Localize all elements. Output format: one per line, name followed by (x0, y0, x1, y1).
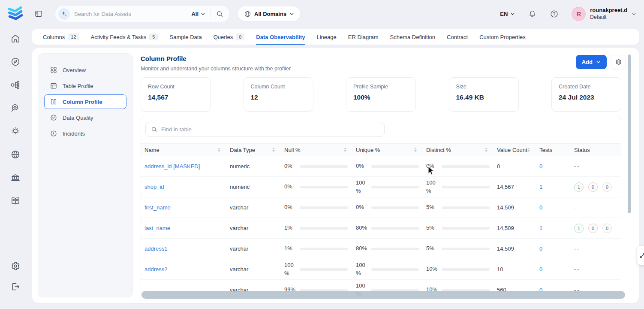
tab-contract[interactable]: Contract (447, 29, 468, 45)
data-quality-icon (50, 114, 57, 121)
sidebar-item-column-profile[interactable]: Column Profile (44, 94, 126, 109)
settings-button[interactable] (611, 55, 626, 69)
status-empty: -- (574, 204, 581, 211)
gear-icon (615, 58, 622, 66)
search-scope-dropdown[interactable]: All (191, 11, 205, 17)
tests-link[interactable]: 0 (539, 204, 542, 211)
help-icon[interactable] (550, 9, 559, 18)
tab-sample-data[interactable]: Sample Data (169, 29, 202, 45)
tab-activity-feeds-tasks[interactable]: Activity Feeds & Tasks 5 (91, 29, 158, 45)
name-cell: address2 (141, 266, 226, 273)
table-header: Name Data Type Null % Unique % Distinct … (141, 143, 621, 156)
unique-cell: 0% (352, 203, 423, 211)
value-count-cell: 10 (494, 266, 536, 273)
tests-cell: 1 (536, 184, 571, 190)
name-cell: first_name (141, 204, 226, 211)
column-name-link[interactable]: address1 (144, 245, 167, 252)
column-name-link[interactable]: shop_id (144, 184, 164, 190)
column-name-link[interactable]: address2 (144, 266, 167, 273)
column-header-distinct[interactable]: Distinct % (423, 144, 494, 156)
search-icon[interactable] (216, 10, 223, 18)
notifications-bell-icon[interactable] (528, 9, 537, 18)
sidebar-item-table-profile[interactable]: Table Profile (44, 79, 126, 93)
tab-queries[interactable]: Queries 0 (214, 29, 245, 45)
status-cell: -- (571, 204, 621, 211)
sort-icon[interactable] (344, 148, 346, 152)
tab-er-diagram[interactable]: ER Diagram (348, 29, 379, 45)
rail-insights-icon[interactable] (10, 126, 21, 136)
user-menu[interactable]: R rounakpreet.d Default (572, 7, 636, 21)
tab-schema-definition[interactable]: Schema Definition (390, 29, 436, 45)
sort-icon[interactable] (272, 148, 275, 152)
null-cell: 0% (281, 162, 352, 170)
stat-value: 16.49 KB (456, 94, 512, 101)
column-header-label: Tests (539, 147, 565, 153)
column-header-label: Distinct % (426, 147, 485, 153)
collapse-sidebar-icon[interactable] (34, 9, 43, 18)
status-badges: 100 (574, 182, 617, 192)
rail-governance-icon[interactable] (10, 173, 21, 183)
distinct-value: 5% (426, 224, 442, 232)
tab-label: Schema Definition (390, 34, 436, 40)
column-header-value-count[interactable]: Value Count (494, 144, 536, 156)
tab-data-observability[interactable]: Data Observability (256, 29, 305, 45)
find-in-table[interactable] (145, 122, 385, 137)
rail-lineage-icon[interactable] (10, 80, 21, 90)
sidebar-item-overview[interactable]: Overview (44, 63, 126, 77)
search-input[interactable] (74, 11, 191, 17)
status-cell: -- (571, 266, 621, 273)
column-name-link[interactable]: first_name (144, 204, 171, 211)
rail-discovery-icon[interactable] (10, 103, 21, 113)
rail-logout-icon[interactable] (10, 282, 21, 292)
sort-icon[interactable] (527, 148, 530, 152)
right-edge-expand-handle[interactable] (637, 246, 644, 265)
null-cell: 1% (281, 245, 352, 252)
tab-label: Columns (43, 34, 65, 40)
find-in-table-input[interactable] (161, 126, 379, 133)
add-button[interactable]: Add (576, 55, 607, 69)
column-header-data-type[interactable]: Data Type (226, 144, 281, 156)
status-empty: -- (574, 163, 581, 170)
rail-settings-icon[interactable] (10, 261, 21, 271)
horizontal-scrollbar[interactable] (141, 291, 625, 299)
rail-domains-icon[interactable] (10, 149, 21, 160)
vertical-scrollbar[interactable] (628, 55, 631, 213)
tests-link[interactable]: 0 (539, 266, 542, 273)
table-row: address2 varchar 100 % 100 % 10% 10 0 -- (141, 259, 621, 280)
unique-value: 0% (356, 162, 371, 170)
unique-cell: 80% (352, 245, 423, 252)
null-value: 0% (284, 183, 300, 191)
tests-link[interactable]: 1 (539, 184, 542, 190)
null-value: 1% (284, 224, 300, 232)
tests-link[interactable]: 1 (539, 225, 542, 231)
sort-icon[interactable] (218, 148, 220, 152)
sidebar-item-incidents[interactable]: Incidents (44, 126, 126, 141)
tests-link[interactable]: 0 (539, 163, 542, 170)
column-header-unique[interactable]: Unique % (352, 144, 423, 156)
sort-icon[interactable] (414, 148, 417, 152)
distinct-value: 0% (426, 162, 442, 170)
column-name-link[interactable]: address_id [MASKED] (144, 163, 200, 170)
global-search[interactable]: All (55, 5, 230, 22)
app-logo-icon[interactable] (6, 5, 25, 22)
unique-bar (371, 206, 419, 209)
rail-home-icon[interactable] (10, 33, 21, 44)
column-name-link[interactable]: last_name (144, 225, 170, 231)
tests-cell: 0 (536, 266, 571, 273)
sidebar-item-data-quality[interactable]: Data Quality (44, 110, 126, 125)
tests-link[interactable]: 0 (539, 245, 542, 252)
rail-glossary-icon[interactable] (10, 196, 21, 206)
rail-explore-icon[interactable] (10, 57, 21, 67)
sort-icon[interactable] (485, 148, 488, 152)
tab-custom-properties[interactable]: Custom Properties (479, 29, 526, 45)
tab-badge: 0 (236, 33, 244, 40)
language-dropdown[interactable]: EN (500, 11, 515, 17)
tab-columns[interactable]: Columns 12 (43, 29, 79, 45)
all-domains-dropdown[interactable]: All Domains (238, 6, 301, 21)
column-header-name[interactable]: Name (141, 144, 226, 156)
column-header-null[interactable]: Null % (281, 144, 352, 156)
tab-lineage[interactable]: Lineage (316, 29, 336, 45)
status-badge-aborted: 0 (602, 224, 612, 233)
null-value: 1% (284, 245, 300, 252)
stat-label: Created Date (559, 84, 614, 90)
